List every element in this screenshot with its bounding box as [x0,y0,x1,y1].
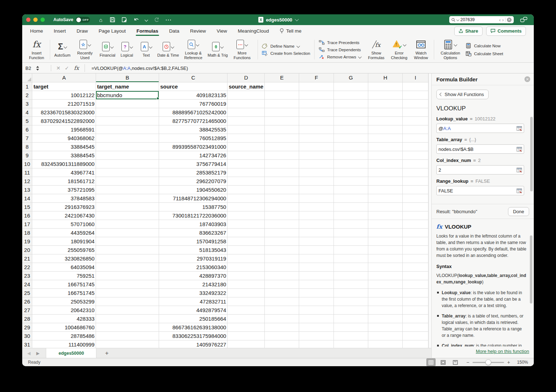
cell-D7[interactable] [227,134,265,142]
cell-F2[interactable] [299,91,334,99]
add-sheet-button[interactable]: + [105,350,109,357]
cell-H1[interactable] [368,82,402,91]
cell-D22[interactable] [227,263,265,271]
cell-A4[interactable]: 823367015830323000 [32,108,96,116]
cell-C15[interactable]: 15387750 [159,202,227,211]
cell-A13[interactable]: 375721095 [32,185,96,194]
arg-input-table_array[interactable]: nodes.csv!$A:$B [436,144,524,154]
cell-A24[interactable]: 166751745 [32,280,96,288]
cell-G15[interactable] [334,202,368,211]
zoom-slider-thumb[interactable] [485,359,491,365]
cell-H14[interactable] [368,194,402,202]
cell-E23[interactable] [265,271,299,280]
cell-H7[interactable] [368,134,402,142]
lookup-reference-button[interactable]: Lookup & Reference [181,39,206,60]
cell-H11[interactable] [368,168,402,177]
cell-E3[interactable] [265,99,299,108]
cell-G17[interactable] [334,220,368,228]
cell-C17[interactable]: 187403903 [159,220,227,228]
cell-F7[interactable] [299,134,334,142]
panel-close-icon[interactable]: ✕ [524,76,530,82]
cell-C14[interactable]: 711848712306294000 [159,194,227,202]
cell-F19[interactable] [299,237,334,245]
cell-G13[interactable] [334,185,368,194]
cell-B22[interactable] [96,263,159,271]
cell-G21[interactable] [334,254,368,263]
row-header-26[interactable]: 26 [22,297,32,306]
cell-E11[interactable] [265,168,299,177]
cell-F14[interactable] [299,194,334,202]
cell-E29[interactable] [265,323,299,331]
row-header-30[interactable]: 30 [22,331,32,340]
cell-I3[interactable] [403,99,428,108]
cell-E17[interactable] [265,220,299,228]
cell-B16[interactable] [96,211,159,220]
cell-C21[interactable]: 2970319119 [159,254,227,263]
cell-B3[interactable] [96,99,159,108]
cell-H16[interactable] [368,211,402,220]
cell-C18[interactable]: 836623267 [159,228,227,237]
close-window-button[interactable] [26,18,30,22]
cell-D21[interactable] [227,254,265,263]
cell-C12[interactable]: 2962207079 [159,177,227,185]
row-header-22[interactable]: 22 [22,263,32,271]
cell-D4[interactable] [227,108,265,116]
range-selector-icon[interactable] [517,168,522,172]
ribbon-tab-review[interactable]: Review [190,25,206,37]
cell-I21[interactable] [403,254,428,263]
cell-C11[interactable]: 2853852179 [159,168,227,177]
cell-I26[interactable] [403,297,428,306]
row-header-12[interactable]: 12 [22,177,32,185]
cell-H8[interactable] [368,142,402,151]
cell-A2[interactable]: 10012122 [32,91,96,99]
cell-H18[interactable] [368,228,402,237]
cell-B21[interactable] [96,254,159,263]
error-checking-button[interactable]: !✓ Error Checking [388,39,411,60]
cell-A25[interactable]: 166751745 [32,288,96,297]
cell-F17[interactable] [299,220,334,228]
cell-E21[interactable] [265,254,299,263]
cell-D14[interactable] [227,194,265,202]
cell-E6[interactable] [265,125,299,134]
cell-B14[interactable] [96,194,159,202]
formula-input[interactable]: =VLOOKUP(@A:A,nodes.csv!$A:$B,2,FALSE) [91,66,188,71]
more-functions-button[interactable]: ⋯More Functions [229,39,255,60]
cell-B17[interactable] [96,220,159,228]
cell-G9[interactable] [334,151,368,159]
row-header-31[interactable]: 31 [22,340,32,348]
row-header-29[interactable]: 29 [22,323,32,331]
cell-I12[interactable] [403,177,428,185]
cell-F8[interactable] [299,142,334,151]
cell-H9[interactable] [368,151,402,159]
presence-icon[interactable] [520,17,527,23]
more-commands-icon[interactable]: ⋯ [166,17,171,23]
row-header-18[interactable]: 18 [22,228,32,237]
cell-I6[interactable] [403,125,428,134]
cell-A9[interactable]: 33884545 [32,151,96,159]
cell-E19[interactable] [265,237,299,245]
cell-B23[interactable] [96,271,159,280]
cell-I14[interactable] [403,194,428,202]
ribbon-tab-insert[interactable]: Insert [54,25,66,37]
cell-G22[interactable] [334,263,368,271]
ribbon-tab-view[interactable]: View [217,25,227,37]
row-header-15[interactable]: 15 [22,202,32,211]
cell-F20[interactable] [299,245,334,254]
cell-E12[interactable] [265,177,299,185]
sheet-tab-active[interactable]: edges50000 [46,348,96,358]
range-selector-icon[interactable] [517,147,522,152]
cell-I22[interactable] [403,263,428,271]
cell-F21[interactable] [299,254,334,263]
cell-B7[interactable] [96,134,159,142]
minimize-window-button[interactable] [33,18,38,22]
cell-C28[interactable]: 250185664 [159,314,227,323]
cell-E18[interactable] [265,228,299,237]
cell-C8[interactable]: 899395587023491000 [159,142,227,151]
zoom-out-button[interactable]: − [466,359,469,365]
zoom-window-button[interactable] [40,18,45,22]
cell-A11[interactable]: 43967741 [32,168,96,177]
cell-H15[interactable] [368,202,402,211]
cell-B10[interactable] [96,159,159,168]
cell-D17[interactable] [227,220,265,228]
cell-H13[interactable] [368,185,402,194]
